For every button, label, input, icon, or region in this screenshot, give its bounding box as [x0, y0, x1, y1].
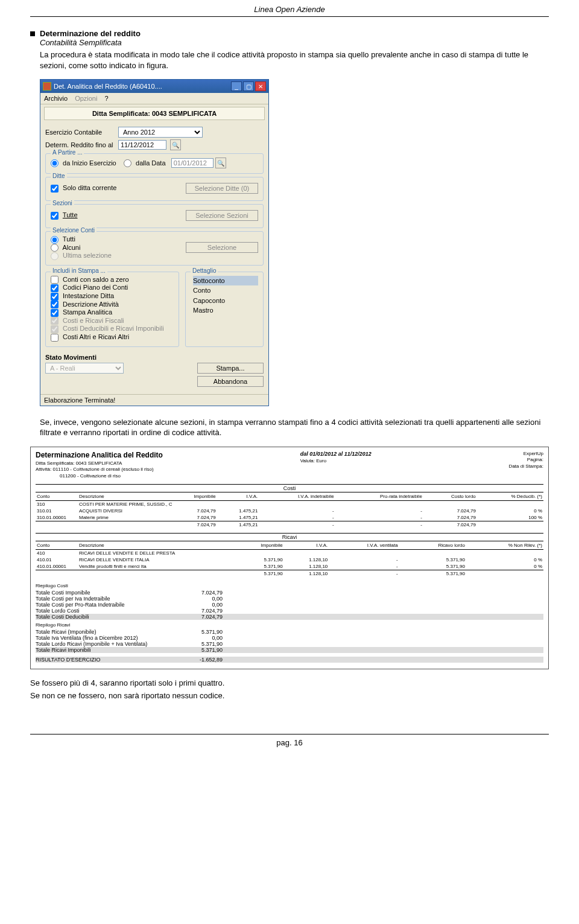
report-sub2b: 011200 - Coltivazione di riso — [36, 473, 163, 479]
lookup-disabled-icon: 🔍 — [215, 158, 226, 168]
report: Determinazione Analitica del Reddito Dit… — [30, 447, 549, 669]
radio-inizio[interactable]: da Inizio Esercizio — [51, 159, 116, 167]
group-dettaglio-title: Dettaglio — [191, 267, 218, 274]
meta-pagina: Pagina: — [509, 457, 543, 463]
group-includi: Includi in Stampa ... Conti con saldo a … — [45, 272, 179, 347]
report-valuta: Valuta: Euro — [300, 458, 372, 464]
chk-stampa-analitica[interactable]: Stampa Analitica — [51, 308, 112, 316]
btn-sel-ditte: Selezione Ditte (0) — [186, 183, 258, 194]
chk-costi-deducibili: Costi Deducibili e Ricavi Imponibili — [51, 325, 164, 332]
menu-help[interactable]: ? — [104, 95, 108, 102]
chk-intestazione[interactable]: Intestazione Ditta — [51, 292, 114, 299]
lookup-icon[interactable]: 🔍 — [170, 139, 181, 150]
page-header: Linea Open Aziende — [30, 0, 549, 17]
report-period: dal 01/01/2012 al 11/12/2012 — [300, 451, 372, 457]
group-sezioni-title: Sezioni — [51, 200, 74, 206]
costi-table: Conto Descrizione Imponibile I.V.A. I.V.… — [36, 492, 543, 528]
tree-conto[interactable]: Conto — [193, 285, 258, 296]
group-dettaglio: Dettaglio Sottoconto Conto Capoconto Mas… — [185, 272, 264, 347]
titlebar: Det. Analitica del Reddito (A60410.... _… — [40, 80, 268, 93]
determ-input[interactable] — [118, 140, 166, 150]
btn-abbandona[interactable]: Abbandona — [197, 376, 264, 387]
page-footer: pag. 16 — [30, 734, 549, 754]
tree-mastro[interactable]: Mastro — [193, 305, 258, 316]
ditta-banner: Ditta Semplificata: 0043 SEMPLIFICATA — [44, 107, 265, 120]
btn-sel-sezioni: Selezione Sezioni — [186, 210, 258, 221]
after-para-2: Se non ce ne fossero, non sarà riportato… — [30, 690, 549, 701]
riep-ric-title: Riepilogo Ricavi — [36, 622, 543, 628]
radio-tutti[interactable]: Tutti — [51, 235, 75, 243]
stato-label: Stato Movimenti — [45, 354, 115, 361]
close-button[interactable]: ✕ — [255, 81, 266, 91]
mid-paragraph: Se, invece, vengono selezionate alcune s… — [40, 417, 549, 438]
meta-expertup: ExpertUp — [509, 451, 543, 457]
group-sel-conti-title: Selezione Conti — [51, 227, 96, 234]
app-window: Det. Analitica del Reddito (A60410.... _… — [40, 79, 269, 406]
menu-opzioni: Opzioni — [75, 95, 97, 102]
group-sel-conti: Selezione Conti Tutti Alcuni Ultima sele… — [45, 231, 264, 266]
report-sub2a: Attività: 011110 - Coltivazione di cerea… — [36, 467, 163, 473]
menubar: Archivio Opzioni ? — [40, 93, 268, 104]
statusbar: Elaborazione Terminata! — [40, 394, 268, 406]
chk-descrizione[interactable]: Descrizione Attività — [51, 301, 119, 308]
chk-saldo-zero[interactable]: Conti con saldo a zero — [51, 276, 129, 283]
bullet-icon — [30, 31, 35, 36]
menu-archivio[interactable]: Archivio — [44, 95, 68, 102]
radio-dalla-data[interactable]: dalla Data — [124, 159, 166, 167]
chk-solo-ditta[interactable]: Solo ditta corrente — [51, 184, 120, 193]
section-subtitle: Contabilità Semplificata — [40, 38, 141, 47]
btn-stampa[interactable]: Stampa... — [197, 363, 264, 374]
window-title: Det. Analitica del Reddito (A60410.... — [54, 83, 162, 90]
app-icon — [43, 82, 51, 91]
chk-costi-altri[interactable]: Costi Altri e Ricavi Altri — [51, 333, 129, 340]
costi-header: Costi — [36, 484, 543, 492]
after-para-1: Se fossero più di 4, saranno riportati s… — [30, 678, 549, 689]
ricavi-header: Ricavi — [36, 533, 543, 541]
chk-costi-fiscali: Costi e Ricavi Fiscali — [51, 317, 124, 324]
stato-select: A - Reali — [45, 363, 124, 374]
riep-costi-title: Riepilogo Costi — [36, 583, 543, 588]
section-title: Determinazione del reddito — [40, 29, 141, 38]
chk-codici-piano[interactable]: Codici Piano dei Conti — [51, 284, 128, 291]
group-sezioni: Sezioni Tutte Selezione Sezioni — [45, 204, 264, 228]
radio-ultima: Ultima selezione — [51, 252, 112, 259]
report-sub1: Ditta Semplificata: 0043 SEMPLIFICATA — [36, 460, 163, 467]
maximize-button[interactable]: ▢ — [243, 81, 254, 91]
group-apartire-title: A Partire ... — [51, 149, 84, 156]
ricavi-table: Conto Descrizione Imponibile I.V.A. I.V.… — [36, 541, 543, 577]
group-includi-title: Includi in Stampa ... — [51, 267, 107, 274]
btn-selezione-conti: Selezione — [186, 242, 258, 253]
group-apartire: A Partire ... da Inizio Esercizio dalla … — [45, 153, 264, 174]
tree-capoconto[interactable]: Capoconto — [193, 296, 258, 306]
date-disabled-input — [171, 158, 214, 168]
report-title: Determinazione Analitica del Reddito — [36, 451, 163, 459]
minimize-button[interactable]: _ — [231, 81, 242, 91]
esercizio-label: Esercizio Contabile — [45, 129, 115, 136]
chk-tutte[interactable]: Tutte — [51, 211, 120, 220]
group-ditte-title: Ditte — [51, 173, 67, 179]
esercizio-select[interactable]: Anno 2012 — [118, 127, 203, 138]
tree-sottoconto[interactable]: Sottoconto — [193, 276, 258, 286]
group-ditte: Ditte Solo ditta corrente Selezione Ditt… — [45, 177, 264, 201]
radio-alcuni[interactable]: Alcuni — [51, 244, 80, 251]
determ-label: Determ. Reddito fino al — [45, 141, 115, 148]
intro-paragraph: La procedura è stata modificata in modo … — [40, 49, 549, 71]
meta-data: Data di Stampa: — [509, 464, 543, 470]
